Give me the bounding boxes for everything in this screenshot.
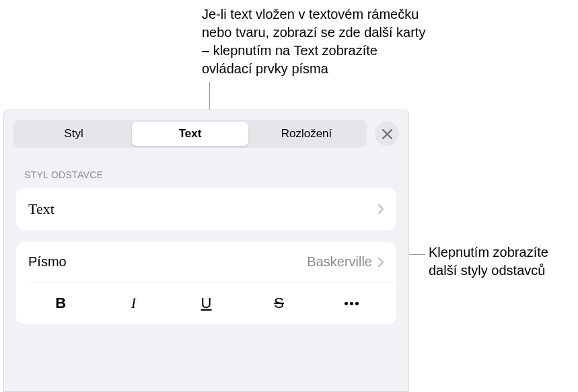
font-value-container: Baskerville <box>307 254 384 270</box>
paragraph-style-card: Text <box>16 188 396 230</box>
tab-text[interactable]: Text <box>132 122 248 146</box>
paragraph-style-value: Text <box>28 200 55 218</box>
chevron-right-icon <box>377 257 384 268</box>
bold-button[interactable]: B <box>24 292 97 315</box>
chevron-right-icon <box>377 204 384 214</box>
font-row[interactable]: Písmo Baskerville <box>16 242 396 282</box>
font-label: Písmo <box>28 254 67 270</box>
close-icon <box>382 129 392 139</box>
tab-style[interactable]: Styl <box>15 122 132 146</box>
section-header-paragraph-style: STYL ODSTAVCE <box>4 155 408 186</box>
italic-button[interactable]: I <box>97 292 170 315</box>
font-card: Písmo Baskerville B I U S <box>16 242 396 324</box>
callout-top-text: Je-li text vložen v textovém rámečku neb… <box>202 5 431 78</box>
paragraph-style-row[interactable]: Text <box>16 188 396 230</box>
panel-header: Styl Text Rozložení <box>4 110 408 155</box>
more-icon <box>316 302 388 305</box>
more-formatting-button[interactable] <box>316 299 388 308</box>
tab-layout[interactable]: Rozložení <box>248 122 365 146</box>
underline-button[interactable]: U <box>170 292 242 315</box>
format-panel: Styl Text Rozložení STYL ODSTAVCE Text P… <box>3 110 409 392</box>
segmented-control: Styl Text Rozložení <box>13 120 367 148</box>
format-buttons-row: B I U S <box>16 282 396 324</box>
close-button[interactable] <box>375 122 399 146</box>
font-value: Baskerville <box>307 254 372 270</box>
strikethrough-button[interactable]: S <box>243 292 316 315</box>
callout-right-text: Klepnutím zobrazíte další styly odstavců <box>429 243 573 280</box>
